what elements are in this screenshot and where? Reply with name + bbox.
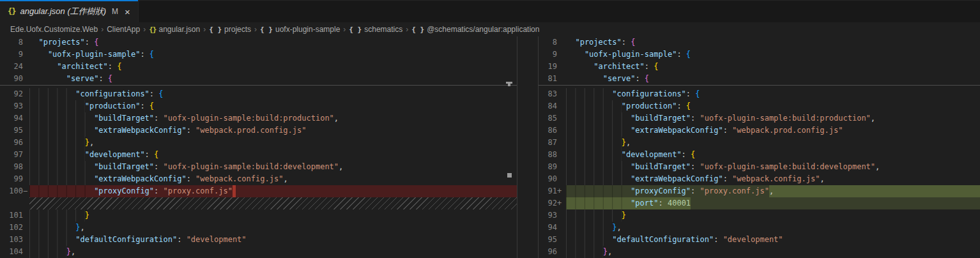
line-number: 97: [0, 149, 29, 161]
overview-ruler-marker: [508, 84, 510, 86]
line-number: 98: [0, 161, 29, 173]
code-line[interactable]: 9"uofx-plugin-sample": {: [539, 49, 980, 61]
code-line[interactable]: 99"extraWebpackConfig": "webpack.config.…: [0, 173, 517, 185]
json-file-icon: {}: [8, 7, 15, 16]
code-line[interactable]: 102},: [0, 222, 517, 234]
code-line[interactable]: 98"buildTarget": "uofx-plugin-sample:bui…: [0, 161, 517, 173]
code-line[interactable]: 100−"proxyConfig": "proxy.conf.js": [0, 185, 517, 197]
line-content: "extraWebpackConfig": "webpack.prod.conf…: [29, 125, 517, 137]
breadcrumb-label: uofx-plugin-sample: [275, 25, 340, 34]
line-content: "development": {: [566, 149, 980, 161]
line-number: 84: [539, 100, 566, 112]
code-line[interactable]: 97"development": {: [0, 149, 517, 161]
breadcrumb-separator: ›: [340, 25, 349, 34]
code-line[interactable]: 24"architect": {: [0, 61, 517, 73]
line-number: 94: [539, 222, 566, 234]
code-line[interactable]: 93}: [539, 209, 980, 222]
code-line[interactable]: 89"buildTarget": "uofx-plugin-sample:bui…: [539, 161, 980, 173]
deleted-char-marker: [233, 185, 236, 197]
code-line[interactable]: 91+"proxyConfig": "proxy.conf.js",: [539, 185, 980, 197]
code-line[interactable]: 103"defaultConfiguration": "development": [0, 234, 517, 246]
line-content: "extraWebpackConfig": "webpack.config.js…: [566, 173, 980, 185]
code-line[interactable]: 88"development": {: [539, 149, 980, 161]
line-number: 9: [539, 49, 566, 61]
line-content: "port": 40001: [566, 197, 980, 209]
breadcrumb-item[interactable]: { }projects: [209, 25, 251, 34]
code-lines-right: 83"configurations": {84"production": {85…: [539, 88, 980, 258]
code-line[interactable]: 9"uofx-plugin-sample": {: [0, 49, 517, 61]
line-number: 81: [539, 73, 566, 85]
code-line[interactable]: 94},: [539, 222, 980, 234]
line-number: 94: [0, 112, 29, 125]
code-line[interactable]: 87},: [539, 137, 980, 149]
line-number: 95: [539, 234, 566, 246]
code-line[interactable]: 93"production": {: [0, 100, 517, 112]
code-line[interactable]: 85"buildTarget": "uofx-plugin-sample:bui…: [539, 112, 980, 125]
json-file-icon: {}: [149, 26, 156, 34]
line-number: 95: [0, 125, 29, 137]
close-icon[interactable]: ×: [125, 6, 130, 17]
code-line[interactable]: 86"extraWebpackConfig": "webpack.prod.co…: [539, 125, 980, 137]
line-content: "serve": {: [29, 73, 517, 85]
line-number: 90: [539, 173, 566, 185]
code-line[interactable]: 8"projects": {: [0, 36, 517, 49]
line-number: 93: [539, 209, 566, 222]
tab-angular-json[interactable]: {} angular.json (工作樹狀) M ×: [0, 1, 139, 22]
breadcrumb-separator: ›: [200, 25, 209, 34]
line-content: },: [29, 246, 517, 258]
code-line[interactable]: 96},: [539, 246, 980, 258]
code-line[interactable]: 19"architect": {: [539, 61, 980, 73]
breadcrumb-item[interactable]: { }schematics: [349, 25, 402, 34]
line-number: 93: [0, 100, 29, 112]
line-number: 83: [539, 88, 566, 100]
object-symbol-icon: { }: [411, 26, 424, 34]
breadcrumb-label: Ede.Uofx.Customize.Web: [10, 25, 98, 34]
line-content: "proxyConfig": "proxy.conf.js": [29, 185, 517, 197]
line-content: },: [29, 222, 517, 234]
line-content: "buildTarget": "uofx-plugin-sample:build…: [566, 112, 980, 125]
breadcrumb-item[interactable]: { }uofx-plugin-sample: [260, 25, 340, 34]
object-symbol-icon: { }: [209, 26, 222, 34]
code-line[interactable]: 95"extraWebpackConfig": "webpack.prod.co…: [0, 125, 517, 137]
line-content: }: [566, 209, 980, 222]
line-content: "configurations": {: [566, 88, 980, 100]
line-content: "serve": {: [566, 73, 980, 85]
breadcrumb-label: schematics: [364, 25, 402, 34]
line-content: "defaultConfiguration": "development": [29, 234, 517, 246]
line-number: 89: [539, 161, 566, 173]
breadcrumb-item[interactable]: Ede.Uofx.Customize.Web: [10, 25, 98, 34]
diff-editor: 8"projects": {9"uofx-plugin-sample": {24…: [0, 36, 980, 258]
code-line[interactable]: 84"production": {: [539, 100, 980, 112]
line-content: },: [29, 137, 517, 149]
code-line[interactable]: 95"defaultConfiguration": "development": [539, 234, 980, 246]
breadcrumb-item[interactable]: { }@schematics/angular:application: [411, 25, 539, 34]
breadcrumb-separator: ›: [140, 25, 149, 34]
code-line[interactable]: 81"serve": {: [539, 73, 980, 85]
object-symbol-icon: { }: [349, 26, 362, 34]
code-line[interactable]: 90"serve": {: [0, 73, 517, 85]
line-number: 24: [0, 61, 29, 73]
line-content: "buildTarget": "uofx-plugin-sample:build…: [566, 161, 980, 173]
code-line[interactable]: 101}: [0, 209, 517, 222]
breadcrumb-item[interactable]: {}angular.json: [149, 25, 200, 34]
line-content: "uofx-plugin-sample": {: [29, 49, 517, 61]
breadcrumb-item[interactable]: ClientApp: [107, 25, 140, 34]
code-line[interactable]: 96},: [0, 137, 517, 149]
code-line[interactable]: 8"projects": {: [539, 36, 980, 49]
line-number: 101: [0, 209, 29, 222]
code-line[interactable]: 94"buildTarget": "uofx-plugin-sample:bui…: [0, 112, 517, 125]
line-number: 103: [0, 234, 29, 246]
line-content: [29, 197, 517, 209]
code-line[interactable]: 104},: [0, 246, 517, 258]
breadcrumb-label: @schematics/angular:application: [427, 25, 539, 34]
editor-sash[interactable]: [517, 36, 538, 258]
line-number: 8: [539, 36, 566, 49]
code-line[interactable]: 92+"port": 40001: [539, 197, 980, 209]
code-line[interactable]: 83"configurations": {: [539, 88, 980, 100]
line-number: 92+: [539, 197, 566, 209]
code-line[interactable]: 92"configurations": {: [0, 88, 517, 100]
line-content: "projects": {: [29, 36, 517, 49]
line-content: "extraWebpackConfig": "webpack.config.js…: [29, 173, 517, 185]
line-number: 92: [0, 88, 29, 100]
code-line[interactable]: 90"extraWebpackConfig": "webpack.config.…: [539, 173, 980, 185]
